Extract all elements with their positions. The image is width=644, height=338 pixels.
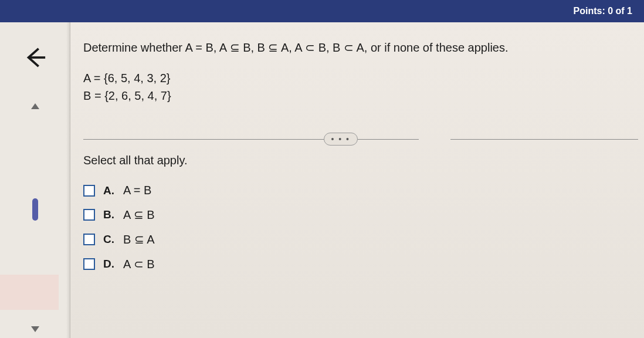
set-definitions: A = {6, 5, 4, 3, 2} B = {2, 6, 5, 4, 7} (83, 69, 632, 104)
option-letter: A. (103, 184, 117, 197)
answer-options: A. A = B B. A ⊆ B C. B ⊆ A D. A ⊂ B (83, 184, 632, 271)
option-text: A ⊆ B (123, 208, 155, 222)
divider-line-right (450, 139, 638, 140)
option-letter: D. (103, 258, 117, 271)
left-sidebar (0, 22, 70, 338)
option-c: C. B ⊆ A (83, 232, 632, 246)
option-letter: C. (103, 233, 117, 246)
question-content: Determine whether A = B, A ⊆ B, B ⊆ A, A… (70, 22, 644, 338)
option-letter: B. (103, 208, 117, 221)
main-area: Determine whether A = B, A ⊆ B, B ⊆ A, A… (0, 22, 644, 338)
option-text: A ⊂ B (123, 257, 155, 271)
instruction-text: Select all that apply. (83, 154, 632, 167)
question-prompt: Determine whether A = B, A ⊆ B, B ⊆ A, A… (83, 39, 632, 56)
option-a: A. A = B (83, 184, 632, 197)
back-button[interactable] (22, 45, 48, 70)
scroll-thumb[interactable] (32, 198, 38, 221)
set-a: A = {6, 5, 4, 3, 2} (83, 69, 632, 87)
points-label: Points: 0 of 1 (574, 6, 632, 16)
option-b: B. A ⊆ B (83, 208, 632, 222)
checkbox-c[interactable] (83, 234, 95, 245)
option-text: A = B (123, 184, 151, 197)
checkbox-b[interactable] (83, 209, 95, 221)
more-button[interactable]: • • • (324, 133, 358, 146)
scroll-up-icon[interactable] (31, 103, 39, 109)
divider: • • • (83, 133, 638, 146)
divider-line-left (83, 139, 419, 140)
option-text: B ⊆ A (123, 232, 155, 246)
option-d: D. A ⊂ B (83, 257, 632, 271)
scroll-down-icon[interactable] (31, 326, 39, 332)
back-arrow-icon (24, 46, 46, 69)
checkbox-d[interactable] (83, 258, 95, 270)
set-b: B = {2, 6, 5, 4, 7} (83, 87, 632, 104)
checkbox-a[interactable] (83, 185, 95, 197)
highlight-box (0, 275, 59, 310)
top-bar: Points: 0 of 1 (0, 0, 644, 22)
